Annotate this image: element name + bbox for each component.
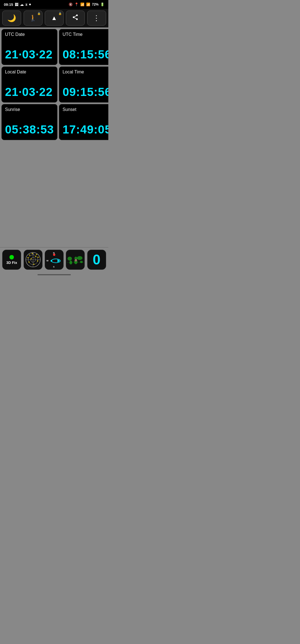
utc-date-label: UTC Date <box>5 32 54 37</box>
battery-icon: 🔋 <box>100 3 104 6</box>
svg-marker-11 <box>33 264 35 265</box>
compass-direction-icon: N S W <box>46 251 62 269</box>
photo-icon: 🖼 <box>15 3 18 7</box>
svg-point-29 <box>80 261 83 263</box>
svg-text:W: W <box>46 259 49 262</box>
local-date-value: 21·03·22 <box>5 86 54 98</box>
svg-point-22 <box>51 260 52 262</box>
svg-point-31 <box>76 260 76 261</box>
svg-point-28 <box>77 256 82 260</box>
svg-marker-9 <box>37 256 39 257</box>
location-icon: 📍 <box>74 3 79 6</box>
sunset-card: Sunset 17:49:05 <box>59 104 108 140</box>
svg-marker-13 <box>27 257 29 258</box>
dot-indicator <box>29 4 31 5</box>
svg-marker-15 <box>34 256 36 257</box>
lock-badge-nav: 🔒 <box>58 12 62 15</box>
share-icon <box>72 14 79 22</box>
mute-icon: 🔇 <box>69 3 73 6</box>
sunrise-card: Sunrise 05:38:53 <box>1 104 58 140</box>
satellite-card[interactable]: N <box>24 250 42 270</box>
svg-marker-10 <box>37 260 38 261</box>
compass-card[interactable]: N S W <box>45 250 64 270</box>
utc-time-label: UTC Time <box>62 32 108 37</box>
moon-icon: 🌙 <box>7 14 16 23</box>
location-history-icon: ⧖ <box>25 3 28 6</box>
worldmap-icon <box>66 254 84 265</box>
worldmap-card[interactable] <box>66 250 85 270</box>
navigation-lock-button[interactable]: ▲ 🔒 <box>45 11 64 26</box>
svg-point-24 <box>68 257 72 261</box>
svg-marker-8 <box>36 254 37 255</box>
sunset-label: Sunset <box>62 107 108 112</box>
svg-marker-6 <box>29 254 30 256</box>
local-time-value: 09:15:56 <box>62 86 108 98</box>
more-button[interactable]: ⋮ <box>87 11 106 26</box>
night-mode-button[interactable]: 🌙 <box>2 11 21 26</box>
sunset-value: 17:49:05 <box>62 123 108 136</box>
local-date-label: Local Date <box>5 70 54 75</box>
local-date-card: Local Date 21·03·22 <box>1 66 58 103</box>
fix-dot <box>9 255 14 259</box>
utc-date-card: UTC Date 21·03·22 <box>1 29 58 65</box>
svg-point-17 <box>53 254 55 256</box>
local-time-label: Local Time <box>62 70 108 75</box>
fix-card[interactable]: 3D Fix <box>2 250 21 270</box>
scroll-hint-area <box>0 272 108 278</box>
zero-value: 0 <box>93 253 101 267</box>
data-grid: UTC Date 21·03·22 UTC Time 08:15:56 Loca… <box>0 28 108 142</box>
empty-area <box>0 142 108 247</box>
bottom-nav: 3D Fix N <box>0 247 108 272</box>
share-button[interactable] <box>66 11 85 26</box>
status-bar: 09:15 🖼 ☁ ⧖ 🔇 📍 📶 📶 72% 🔋 <box>0 0 108 9</box>
more-dots-icon: ⋮ <box>93 14 100 23</box>
arrow-up-icon: ▲ <box>51 14 57 22</box>
sunrise-value: 05:38:53 <box>5 123 54 136</box>
svg-text:S: S <box>53 266 55 268</box>
utc-time-card: UTC Time 08:15:56 <box>59 29 108 65</box>
battery-percent: 72% <box>92 3 99 6</box>
scroll-indicator <box>38 274 71 275</box>
utc-date-value: 21·03·22 <box>5 48 54 61</box>
status-left: 09:15 🖼 ☁ ⧖ <box>4 3 31 7</box>
figure-lock-button[interactable]: 🚶 🔒 <box>24 11 42 26</box>
svg-marker-14 <box>30 258 32 259</box>
figure-icon: 🚶 <box>29 14 37 22</box>
local-time-card: Local Time 09:15:56 <box>59 66 108 103</box>
status-time: 09:15 <box>4 3 13 7</box>
sunrise-label: Sunrise <box>5 107 54 112</box>
lock-badge-figure: 🔒 <box>37 12 41 15</box>
wifi-icon: 📶 <box>80 3 84 6</box>
fix-label: 3D Fix <box>6 261 17 265</box>
zero-card[interactable]: 0 <box>87 250 106 270</box>
satellite-compass-icon: N <box>25 252 41 268</box>
status-right: 🔇 📍 📶 📶 72% 🔋 <box>69 3 104 6</box>
utc-time-value: 08:15:56 <box>62 48 108 61</box>
cloud-icon: ☁ <box>20 3 24 7</box>
toolbar: 🌙 🚶 🔒 ▲ 🔒 ⋮ <box>0 9 108 28</box>
signal-icon: 📶 <box>86 3 90 6</box>
